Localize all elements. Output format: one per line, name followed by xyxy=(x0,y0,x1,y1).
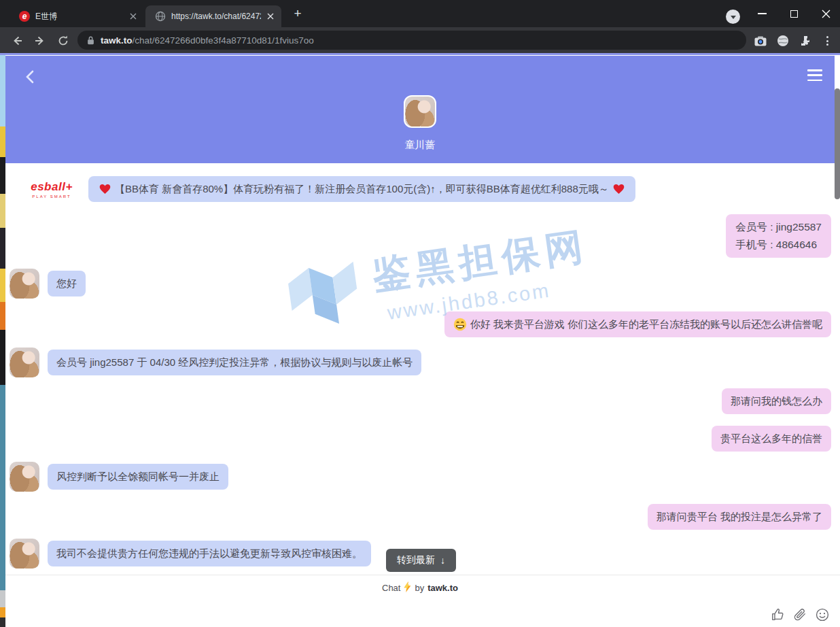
maximize-button[interactable] xyxy=(778,0,809,27)
reload-icon xyxy=(57,35,69,47)
message-text: 你好 我来贵平台游戏 你们这么多年的老平台冻结我的账号以后还怎么讲信誉呢 xyxy=(470,317,822,332)
agent-message-bubble: 会员号 jing25587 于 04/30 经风控判定投注异常，根据协议与规则与… xyxy=(48,350,421,375)
message-text: 风控判断予以全馀额同帐号一并废止 xyxy=(56,469,220,484)
attach-file-button[interactable] xyxy=(792,607,807,622)
minimize-button[interactable] xyxy=(746,0,777,27)
lock-icon xyxy=(87,35,94,45)
message-text: 手机号 : 4864646 xyxy=(735,236,822,254)
url-host: tawk.to xyxy=(101,35,133,46)
emoji-picker-button[interactable] xyxy=(815,607,830,622)
thumbs-up-icon xyxy=(771,607,786,622)
visitor-message-bubble: 你好 我来贵平台游戏 你们这么多年的老平台冻结我的账号以后还怎么讲信誉呢 xyxy=(444,311,831,337)
jump-to-latest-button[interactable]: 转到最新↓ xyxy=(386,549,456,572)
tab-close-icon[interactable] xyxy=(128,11,139,22)
maximize-icon xyxy=(790,10,798,18)
agent-name: 童川蔷 xyxy=(5,139,835,152)
agent-avatar xyxy=(10,269,39,299)
back-button[interactable] xyxy=(8,32,26,50)
message-row: 那请问我的钱怎么办 xyxy=(5,388,835,414)
heart-icon xyxy=(99,184,111,194)
thumbs-up-button[interactable] xyxy=(771,607,786,622)
reload-button[interactable] xyxy=(54,32,72,50)
message-row: 贵平台这么多年的信誉 xyxy=(5,426,835,452)
browser-address-bar: tawk.to/chat/6247266d0bfe3f4a87710d81/1f… xyxy=(0,27,840,53)
camera-icon xyxy=(754,36,767,46)
tab-tawkto[interactable]: https://tawk.to/chat/6247266d xyxy=(145,5,281,27)
message-row: 您好 xyxy=(5,269,835,299)
tab-label: https://tawk.to/chat/6247266d xyxy=(171,12,261,21)
extensions-button[interactable] xyxy=(797,33,813,49)
forward-button[interactable] xyxy=(31,32,49,50)
agent-message-bubble: 我司不会提供贵方任何您违规的手法以避免更新导致风控审核困难。 xyxy=(48,541,371,566)
message-text: 会员号 : jing25587 xyxy=(735,218,822,236)
minimize-icon xyxy=(758,13,767,14)
message-row: 那请问贵平台 我的投注是怎么异常了 xyxy=(5,504,835,530)
visitor-info-bubble: 会员号 : jing25587 手机号 : 4864646 xyxy=(726,214,831,258)
back-arrow-icon xyxy=(11,35,23,47)
tab-search-button[interactable] xyxy=(726,10,740,24)
agent-message-bubble: 您好 xyxy=(48,271,86,296)
chat-menu-button[interactable] xyxy=(807,69,822,81)
esball-logo: esball+ PLAY SMART xyxy=(26,180,77,199)
chevron-left-icon xyxy=(25,70,34,84)
message-list: esball+ PLAY SMART 【BB体育 新會首存80%】体育玩粉有福了… xyxy=(5,163,835,569)
forward-arrow-icon xyxy=(34,35,46,47)
scrollbar-thumb[interactable] xyxy=(835,88,840,199)
tab-label: E世博 xyxy=(35,11,124,22)
globe-favicon-icon xyxy=(155,11,166,22)
agent-avatar xyxy=(10,539,39,569)
tab-close-icon[interactable] xyxy=(265,11,276,22)
chat-back-button[interactable] xyxy=(20,68,38,86)
agent-message-bubble: 风控判断予以全馀额同帐号一并废止 xyxy=(48,464,228,490)
puzzle-icon xyxy=(799,35,811,47)
browser-menu-button[interactable] xyxy=(819,33,835,49)
smiley-icon xyxy=(815,607,830,622)
visitor-message-bubble: 那请问我的钱怎么办 xyxy=(722,388,831,414)
close-icon xyxy=(822,10,830,18)
tab-esbo[interactable]: e E世博 xyxy=(10,5,144,27)
globe-icon xyxy=(777,35,789,47)
visitor-message-bubble: 那请问贵平台 我的投注是怎么异常了 xyxy=(648,504,831,530)
message-text: 贵平台这么多年的信誉 xyxy=(720,431,822,446)
promo-banner-bubble: 【BB体育 新會首存80%】体育玩粉有福了！新注册会员首存100元(含)↑，即可… xyxy=(88,176,635,202)
grin-emoji-icon xyxy=(453,318,467,331)
message-text: 会员号 jing25587 于 04/30 经风控判定投注异常，根据协议与规则与… xyxy=(56,355,413,370)
message-row: 会员号 : jing25587 手机号 : 4864646 xyxy=(5,214,835,258)
screenshot-extension-button[interactable] xyxy=(752,33,769,49)
arrow-down-icon: ↓ xyxy=(440,555,445,566)
message-text: 那请问我的钱怎么办 xyxy=(731,394,822,409)
message-row: 你好 我来贵平台游戏 你们这么多年的老平台冻结我的账号以后还怎么讲信誉呢 xyxy=(5,311,835,337)
globe-extension-button[interactable] xyxy=(775,33,791,49)
message-row: 会员号 jing25587 于 04/30 经风控判定投注异常，根据协议与规则与… xyxy=(5,348,835,377)
agent-avatar xyxy=(404,95,436,128)
chat-input-area[interactable]: Type here and press enter.. xyxy=(5,575,840,627)
chat-page: 童川蔷 esball+ PLAY SMART 【BB体育 新會首存80%】体育玩… xyxy=(0,53,840,627)
message-text: 那请问贵平台 我的投注是怎么异常了 xyxy=(657,509,822,524)
message-text: 【BB体育 新會首存80%】体育玩粉有福了！新注册会员首存100元(含)↑，即可… xyxy=(115,182,609,197)
caret-down-icon xyxy=(731,16,736,19)
paperclip-icon xyxy=(792,607,807,622)
page-top-edge xyxy=(0,53,840,55)
message-text: 您好 xyxy=(56,276,77,291)
message-text: 我司不会提供贵方任何您违规的手法以避免更新导致风控审核困难。 xyxy=(56,546,362,561)
heart-icon xyxy=(613,184,625,194)
url-path: /chat/6247266d0bfe3f4a87710d81/1fvius7oo xyxy=(133,35,314,46)
background-page-strip xyxy=(0,55,5,627)
browser-tab-bar: e E世博 https://tawk.to/chat/6247266d + xyxy=(0,0,840,27)
address-bar[interactable]: tawk.to/chat/6247266d0bfe3f4a87710d81/1f… xyxy=(77,31,746,50)
message-row: 风控判断予以全馀额同帐号一并废止 xyxy=(5,462,835,492)
esbo-favicon-icon: e xyxy=(19,11,30,22)
visitor-message-bubble: 贵平台这么多年的信誉 xyxy=(712,426,831,452)
agent-avatar xyxy=(10,462,39,492)
kebab-menu-icon xyxy=(826,36,828,46)
agent-avatar xyxy=(10,348,39,377)
new-tab-button[interactable]: + xyxy=(290,6,306,22)
close-window-button[interactable] xyxy=(810,0,840,27)
chat-header: 童川蔷 xyxy=(5,56,835,163)
message-row: esball+ PLAY SMART 【BB体育 新會首存80%】体育玩粉有福了… xyxy=(5,176,835,202)
